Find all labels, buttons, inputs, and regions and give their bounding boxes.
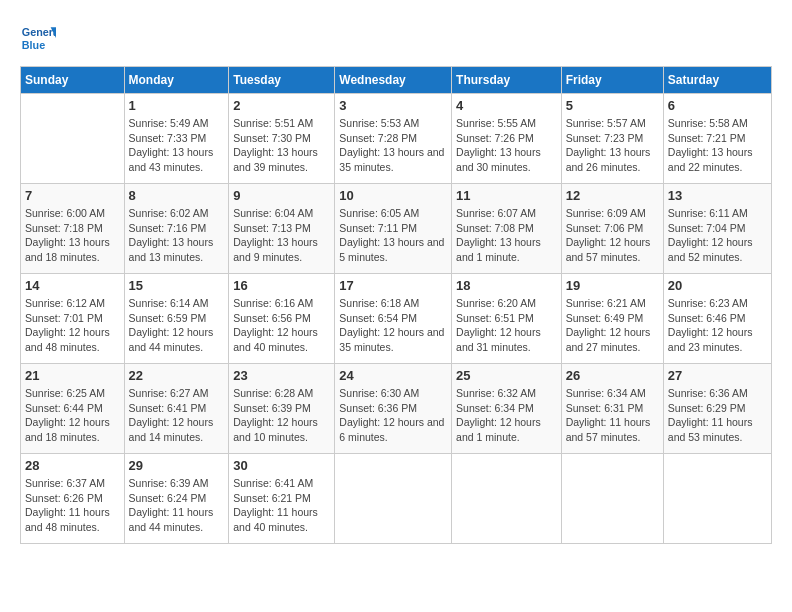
header-saturday: Saturday [663,67,771,94]
day-info: Sunrise: 5:57 AMSunset: 7:23 PMDaylight:… [566,116,659,175]
day-number: 9 [233,188,330,203]
calendar-cell: 9Sunrise: 6:04 AMSunset: 7:13 PMDaylight… [229,184,335,274]
calendar-week-row: 1Sunrise: 5:49 AMSunset: 7:33 PMDaylight… [21,94,772,184]
header-tuesday: Tuesday [229,67,335,94]
day-info: Sunrise: 6:07 AMSunset: 7:08 PMDaylight:… [456,206,557,265]
day-number: 18 [456,278,557,293]
day-number: 6 [668,98,767,113]
calendar-cell: 22Sunrise: 6:27 AMSunset: 6:41 PMDayligh… [124,364,229,454]
calendar-cell: 26Sunrise: 6:34 AMSunset: 6:31 PMDayligh… [561,364,663,454]
day-info: Sunrise: 6:21 AMSunset: 6:49 PMDaylight:… [566,296,659,355]
calendar-cell: 5Sunrise: 5:57 AMSunset: 7:23 PMDaylight… [561,94,663,184]
calendar-cell: 14Sunrise: 6:12 AMSunset: 7:01 PMDayligh… [21,274,125,364]
day-number: 25 [456,368,557,383]
svg-text:General: General [22,26,56,38]
header-friday: Friday [561,67,663,94]
day-info: Sunrise: 6:30 AMSunset: 6:36 PMDaylight:… [339,386,447,445]
calendar-cell [452,454,562,544]
calendar-cell: 25Sunrise: 6:32 AMSunset: 6:34 PMDayligh… [452,364,562,454]
calendar-cell: 3Sunrise: 5:53 AMSunset: 7:28 PMDaylight… [335,94,452,184]
svg-text:Blue: Blue [22,39,45,51]
day-number: 27 [668,368,767,383]
day-info: Sunrise: 6:14 AMSunset: 6:59 PMDaylight:… [129,296,225,355]
day-number: 20 [668,278,767,293]
day-number: 5 [566,98,659,113]
calendar-cell [663,454,771,544]
day-info: Sunrise: 6:28 AMSunset: 6:39 PMDaylight:… [233,386,330,445]
day-info: Sunrise: 6:12 AMSunset: 7:01 PMDaylight:… [25,296,120,355]
day-number: 10 [339,188,447,203]
logo: General Blue [20,20,60,56]
calendar-week-row: 7Sunrise: 6:00 AMSunset: 7:18 PMDaylight… [21,184,772,274]
calendar-cell: 10Sunrise: 6:05 AMSunset: 7:11 PMDayligh… [335,184,452,274]
calendar-cell [335,454,452,544]
calendar-cell: 23Sunrise: 6:28 AMSunset: 6:39 PMDayligh… [229,364,335,454]
day-info: Sunrise: 6:00 AMSunset: 7:18 PMDaylight:… [25,206,120,265]
calendar-cell: 20Sunrise: 6:23 AMSunset: 6:46 PMDayligh… [663,274,771,364]
day-info: Sunrise: 5:51 AMSunset: 7:30 PMDaylight:… [233,116,330,175]
day-number: 4 [456,98,557,113]
day-number: 12 [566,188,659,203]
calendar-cell: 19Sunrise: 6:21 AMSunset: 6:49 PMDayligh… [561,274,663,364]
day-number: 17 [339,278,447,293]
day-number: 21 [25,368,120,383]
calendar-cell: 24Sunrise: 6:30 AMSunset: 6:36 PMDayligh… [335,364,452,454]
day-info: Sunrise: 6:41 AMSunset: 6:21 PMDaylight:… [233,476,330,535]
header-wednesday: Wednesday [335,67,452,94]
page-header: General Blue [20,20,772,56]
day-info: Sunrise: 6:20 AMSunset: 6:51 PMDaylight:… [456,296,557,355]
day-info: Sunrise: 6:32 AMSunset: 6:34 PMDaylight:… [456,386,557,445]
day-number: 11 [456,188,557,203]
header-thursday: Thursday [452,67,562,94]
day-info: Sunrise: 5:58 AMSunset: 7:21 PMDaylight:… [668,116,767,175]
day-number: 23 [233,368,330,383]
calendar-cell: 21Sunrise: 6:25 AMSunset: 6:44 PMDayligh… [21,364,125,454]
calendar-cell: 4Sunrise: 5:55 AMSunset: 7:26 PMDaylight… [452,94,562,184]
calendar-cell: 29Sunrise: 6:39 AMSunset: 6:24 PMDayligh… [124,454,229,544]
day-info: Sunrise: 6:18 AMSunset: 6:54 PMDaylight:… [339,296,447,355]
day-number: 3 [339,98,447,113]
calendar-table: SundayMondayTuesdayWednesdayThursdayFrid… [20,66,772,544]
day-number: 30 [233,458,330,473]
day-number: 22 [129,368,225,383]
day-info: Sunrise: 6:16 AMSunset: 6:56 PMDaylight:… [233,296,330,355]
day-number: 13 [668,188,767,203]
day-info: Sunrise: 6:39 AMSunset: 6:24 PMDaylight:… [129,476,225,535]
calendar-cell: 11Sunrise: 6:07 AMSunset: 7:08 PMDayligh… [452,184,562,274]
day-number: 19 [566,278,659,293]
day-info: Sunrise: 6:27 AMSunset: 6:41 PMDaylight:… [129,386,225,445]
day-number: 7 [25,188,120,203]
day-info: Sunrise: 6:37 AMSunset: 6:26 PMDaylight:… [25,476,120,535]
day-number: 1 [129,98,225,113]
day-info: Sunrise: 6:25 AMSunset: 6:44 PMDaylight:… [25,386,120,445]
day-info: Sunrise: 5:55 AMSunset: 7:26 PMDaylight:… [456,116,557,175]
day-info: Sunrise: 6:02 AMSunset: 7:16 PMDaylight:… [129,206,225,265]
day-number: 16 [233,278,330,293]
calendar-cell: 6Sunrise: 5:58 AMSunset: 7:21 PMDaylight… [663,94,771,184]
day-info: Sunrise: 6:11 AMSunset: 7:04 PMDaylight:… [668,206,767,265]
calendar-week-row: 14Sunrise: 6:12 AMSunset: 7:01 PMDayligh… [21,274,772,364]
day-info: Sunrise: 5:53 AMSunset: 7:28 PMDaylight:… [339,116,447,175]
calendar-header-row: SundayMondayTuesdayWednesdayThursdayFrid… [21,67,772,94]
day-number: 26 [566,368,659,383]
calendar-cell [21,94,125,184]
day-info: Sunrise: 6:36 AMSunset: 6:29 PMDaylight:… [668,386,767,445]
calendar-cell: 8Sunrise: 6:02 AMSunset: 7:16 PMDaylight… [124,184,229,274]
day-number: 8 [129,188,225,203]
calendar-cell: 17Sunrise: 6:18 AMSunset: 6:54 PMDayligh… [335,274,452,364]
calendar-cell [561,454,663,544]
day-number: 15 [129,278,225,293]
day-number: 28 [25,458,120,473]
calendar-week-row: 21Sunrise: 6:25 AMSunset: 6:44 PMDayligh… [21,364,772,454]
calendar-cell: 1Sunrise: 5:49 AMSunset: 7:33 PMDaylight… [124,94,229,184]
header-monday: Monday [124,67,229,94]
calendar-cell: 30Sunrise: 6:41 AMSunset: 6:21 PMDayligh… [229,454,335,544]
calendar-week-row: 28Sunrise: 6:37 AMSunset: 6:26 PMDayligh… [21,454,772,544]
calendar-cell: 2Sunrise: 5:51 AMSunset: 7:30 PMDaylight… [229,94,335,184]
calendar-cell: 28Sunrise: 6:37 AMSunset: 6:26 PMDayligh… [21,454,125,544]
day-info: Sunrise: 6:04 AMSunset: 7:13 PMDaylight:… [233,206,330,265]
day-info: Sunrise: 6:34 AMSunset: 6:31 PMDaylight:… [566,386,659,445]
day-number: 24 [339,368,447,383]
day-info: Sunrise: 6:09 AMSunset: 7:06 PMDaylight:… [566,206,659,265]
day-number: 29 [129,458,225,473]
